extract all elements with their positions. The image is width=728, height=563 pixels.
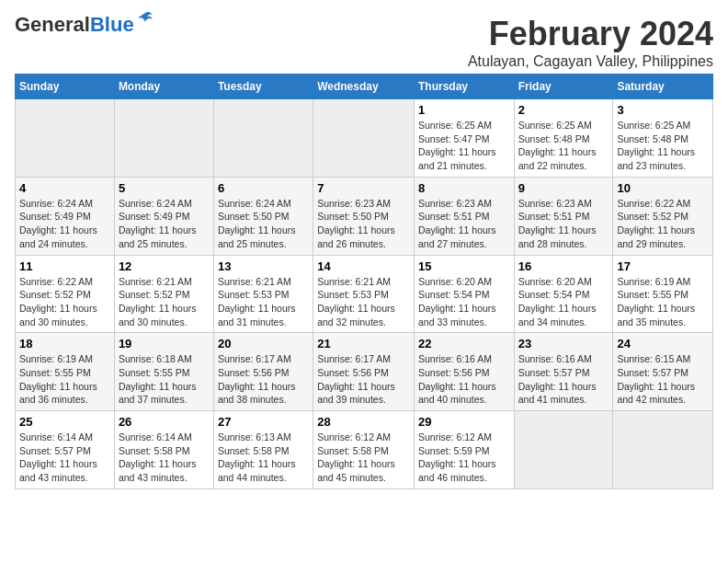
day-info: Sunrise: 6:14 AM Sunset: 5:57 PM Dayligh… <box>19 431 110 485</box>
day-number: 19 <box>119 337 210 350</box>
calendar-header-row: SundayMondayTuesdayWednesdayThursdayFrid… <box>16 75 713 99</box>
day-info: Sunrise: 6:14 AM Sunset: 5:58 PM Dayligh… <box>119 431 210 485</box>
day-info: Sunrise: 6:22 AM Sunset: 5:52 PM Dayligh… <box>19 275 110 329</box>
day-number: 5 <box>119 181 210 195</box>
calendar-cell: 13Sunrise: 6:21 AM Sunset: 5:53 PM Dayli… <box>213 255 313 333</box>
calendar-table: SundayMondayTuesdayWednesdayThursdayFrid… <box>15 74 713 489</box>
header-cell-saturday: Saturday <box>613 75 713 99</box>
day-info: Sunrise: 6:19 AM Sunset: 5:55 PM Dayligh… <box>19 352 110 407</box>
day-number: 22 <box>418 337 510 350</box>
calendar-cell: 25Sunrise: 6:14 AM Sunset: 5:57 PM Dayli… <box>16 411 115 489</box>
day-number: 3 <box>617 103 709 117</box>
day-info: Sunrise: 6:16 AM Sunset: 5:57 PM Dayligh… <box>518 352 609 407</box>
day-number: 21 <box>317 337 410 350</box>
day-info: Sunrise: 6:21 AM Sunset: 5:53 PM Dayligh… <box>317 275 410 329</box>
day-info: Sunrise: 6:17 AM Sunset: 5:56 PM Dayligh… <box>317 352 410 407</box>
day-info: Sunrise: 6:18 AM Sunset: 5:55 PM Dayligh… <box>119 352 210 407</box>
day-info: Sunrise: 6:22 AM Sunset: 5:52 PM Dayligh… <box>617 197 709 251</box>
day-info: Sunrise: 6:19 AM Sunset: 5:55 PM Dayligh… <box>617 275 709 329</box>
day-number: 27 <box>218 415 309 429</box>
day-number: 2 <box>518 103 609 117</box>
logo: GeneralBlue <box>15 15 154 35</box>
calendar-cell: 29Sunrise: 6:12 AM Sunset: 5:59 PM Dayli… <box>414 411 514 489</box>
calendar-cell: 3Sunrise: 6:25 AM Sunset: 5:48 PM Daylig… <box>613 99 713 178</box>
calendar-cell: 27Sunrise: 6:13 AM Sunset: 5:58 PM Dayli… <box>213 411 313 489</box>
calendar-cell: 17Sunrise: 6:19 AM Sunset: 5:55 PM Dayli… <box>613 255 713 333</box>
day-number: 25 <box>19 415 110 429</box>
calendar-cell: 28Sunrise: 6:12 AM Sunset: 5:58 PM Dayli… <box>313 411 415 489</box>
day-info: Sunrise: 6:23 AM Sunset: 5:50 PM Dayligh… <box>317 197 410 251</box>
day-info: Sunrise: 6:12 AM Sunset: 5:58 PM Dayligh… <box>317 431 410 485</box>
day-number: 17 <box>617 259 709 273</box>
day-number: 13 <box>218 259 309 273</box>
day-number: 24 <box>617 337 709 350</box>
calendar-cell: 19Sunrise: 6:18 AM Sunset: 5:55 PM Dayli… <box>114 333 213 411</box>
calendar-cell: 14Sunrise: 6:21 AM Sunset: 5:53 PM Dayli… <box>313 255 415 333</box>
day-info: Sunrise: 6:25 AM Sunset: 5:48 PM Dayligh… <box>518 119 609 173</box>
day-info: Sunrise: 6:20 AM Sunset: 5:54 PM Dayligh… <box>518 275 609 329</box>
day-info: Sunrise: 6:23 AM Sunset: 5:51 PM Dayligh… <box>418 197 510 251</box>
day-info: Sunrise: 6:12 AM Sunset: 5:59 PM Dayligh… <box>418 431 510 485</box>
day-number: 28 <box>317 415 410 429</box>
calendar-cell: 23Sunrise: 6:16 AM Sunset: 5:57 PM Dayli… <box>514 333 613 411</box>
day-number: 15 <box>418 259 510 273</box>
header-cell-friday: Friday <box>514 75 613 99</box>
calendar-cell: 5Sunrise: 6:24 AM Sunset: 5:49 PM Daylig… <box>114 177 213 255</box>
page-subtitle: Atulayan, Cagayan Valley, Philippines <box>468 53 713 70</box>
calendar-cell: 16Sunrise: 6:20 AM Sunset: 5:54 PM Dayli… <box>514 255 613 333</box>
day-info: Sunrise: 6:24 AM Sunset: 5:50 PM Dayligh… <box>218 197 309 251</box>
day-number: 4 <box>19 181 110 195</box>
day-number: 10 <box>617 181 709 195</box>
calendar-week-row: 18Sunrise: 6:19 AM Sunset: 5:55 PM Dayli… <box>16 333 713 411</box>
logo-blue: Blue <box>90 13 134 36</box>
day-info: Sunrise: 6:23 AM Sunset: 5:51 PM Dayligh… <box>518 197 609 251</box>
day-info: Sunrise: 6:17 AM Sunset: 5:56 PM Dayligh… <box>218 352 309 407</box>
calendar-cell: 21Sunrise: 6:17 AM Sunset: 5:56 PM Dayli… <box>313 333 415 411</box>
day-info: Sunrise: 6:20 AM Sunset: 5:54 PM Dayligh… <box>418 275 510 329</box>
calendar-cell <box>114 99 213 178</box>
calendar-cell: 7Sunrise: 6:23 AM Sunset: 5:50 PM Daylig… <box>313 177 415 255</box>
logo-bird-icon <box>136 11 154 29</box>
logo-general: General <box>15 13 90 36</box>
day-number: 6 <box>218 181 309 195</box>
day-number: 8 <box>418 181 510 195</box>
day-number: 29 <box>418 415 510 429</box>
title-block: February 2024 Atulayan, Cagayan Valley, … <box>468 15 713 70</box>
logo-text: GeneralBlue <box>15 15 134 35</box>
calendar-cell: 2Sunrise: 6:25 AM Sunset: 5:48 PM Daylig… <box>514 99 613 178</box>
day-info: Sunrise: 6:25 AM Sunset: 5:48 PM Dayligh… <box>617 119 709 173</box>
day-number: 14 <box>317 259 410 273</box>
day-number: 18 <box>19 337 110 350</box>
calendar-cell: 20Sunrise: 6:17 AM Sunset: 5:56 PM Dayli… <box>213 333 313 411</box>
header-cell-sunday: Sunday <box>16 75 115 99</box>
calendar-cell <box>213 99 313 178</box>
calendar-week-row: 25Sunrise: 6:14 AM Sunset: 5:57 PM Dayli… <box>16 411 713 489</box>
header-cell-monday: Monday <box>114 75 213 99</box>
calendar-cell <box>313 99 415 178</box>
calendar-week-row: 11Sunrise: 6:22 AM Sunset: 5:52 PM Dayli… <box>16 255 713 333</box>
day-info: Sunrise: 6:13 AM Sunset: 5:58 PM Dayligh… <box>218 431 309 485</box>
day-number: 23 <box>518 337 609 350</box>
calendar-cell: 9Sunrise: 6:23 AM Sunset: 5:51 PM Daylig… <box>514 177 613 255</box>
calendar-cell: 18Sunrise: 6:19 AM Sunset: 5:55 PM Dayli… <box>16 333 115 411</box>
day-info: Sunrise: 6:21 AM Sunset: 5:52 PM Dayligh… <box>119 275 210 329</box>
header: GeneralBlue February 2024 Atulayan, Caga… <box>15 15 713 70</box>
day-info: Sunrise: 6:24 AM Sunset: 5:49 PM Dayligh… <box>19 197 110 251</box>
page-title: February 2024 <box>468 15 713 53</box>
calendar-cell <box>514 411 613 489</box>
calendar-cell: 24Sunrise: 6:15 AM Sunset: 5:57 PM Dayli… <box>613 333 713 411</box>
day-number: 20 <box>218 337 309 350</box>
calendar-week-row: 4Sunrise: 6:24 AM Sunset: 5:49 PM Daylig… <box>16 177 713 255</box>
calendar-cell: 15Sunrise: 6:20 AM Sunset: 5:54 PM Dayli… <box>414 255 514 333</box>
calendar-cell: 26Sunrise: 6:14 AM Sunset: 5:58 PM Dayli… <box>114 411 213 489</box>
day-number: 11 <box>19 259 110 273</box>
header-cell-tuesday: Tuesday <box>213 75 313 99</box>
calendar-cell: 11Sunrise: 6:22 AM Sunset: 5:52 PM Dayli… <box>16 255 115 333</box>
day-number: 7 <box>317 181 410 195</box>
day-number: 16 <box>518 259 609 273</box>
calendar-cell: 6Sunrise: 6:24 AM Sunset: 5:50 PM Daylig… <box>213 177 313 255</box>
day-info: Sunrise: 6:24 AM Sunset: 5:49 PM Dayligh… <box>119 197 210 251</box>
header-cell-wednesday: Wednesday <box>313 75 415 99</box>
day-info: Sunrise: 6:15 AM Sunset: 5:57 PM Dayligh… <box>617 352 709 407</box>
calendar-cell: 12Sunrise: 6:21 AM Sunset: 5:52 PM Dayli… <box>114 255 213 333</box>
